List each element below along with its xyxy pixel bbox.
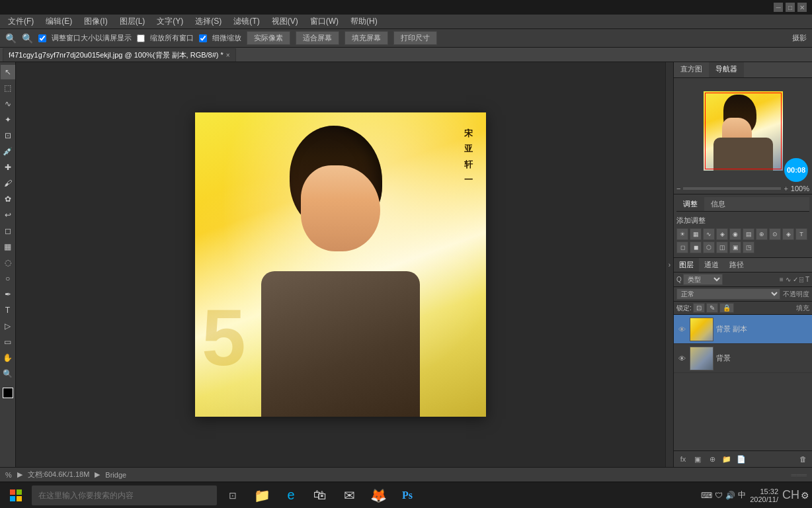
lock-pixels-button[interactable]: ⊡ <box>693 303 705 313</box>
adjustments-tab[interactable]: 调整 <box>676 197 704 211</box>
info-tab[interactable]: 信息 <box>704 197 732 211</box>
task-view-button[interactable]: ⊡ <box>220 484 246 507</box>
zoom-all-windows-checkbox[interactable] <box>137 34 145 42</box>
magic-wand-tool[interactable]: ✦ <box>1 112 15 127</box>
menu-filter[interactable]: 滤镜(T) <box>228 15 264 28</box>
artwork-canvas[interactable]: 5 宋 亚 轩 一 <box>195 112 486 417</box>
menu-select[interactable]: 选择(S) <box>190 15 227 28</box>
brightness-contrast-icon[interactable]: ☀ <box>676 228 688 240</box>
gradient-map-icon[interactable]: ▣ <box>729 241 741 253</box>
menu-edit[interactable]: 编辑(E) <box>40 15 77 28</box>
menu-window[interactable]: 窗口(W) <box>305 15 344 28</box>
zoom-increase-icon[interactable]: + <box>784 185 788 192</box>
clone-stamp-tool[interactable]: ✿ <box>1 192 15 206</box>
volume-icon[interactable]: 🔊 <box>725 491 735 500</box>
paths-tab[interactable]: 路径 <box>724 258 749 272</box>
lock-position-button[interactable]: ✎ <box>706 303 718 313</box>
new-layer-button[interactable]: 📄 <box>735 452 748 466</box>
foreground-color[interactable] <box>3 388 13 398</box>
fill-screen-button[interactable]: 填充屏幕 <box>345 31 388 45</box>
vpn-icon[interactable]: 🛡 <box>715 491 723 500</box>
blend-mode-select[interactable]: 正常 <box>676 288 780 300</box>
photoshop-app[interactable]: Ps <box>394 484 421 507</box>
hand-tool[interactable]: ✋ <box>1 351 15 365</box>
menu-file[interactable]: 文件(F) <box>3 15 39 28</box>
selective-color-icon[interactable]: ◳ <box>743 241 754 253</box>
exposure-icon[interactable]: ◈ <box>716 228 728 240</box>
taskbar-clock[interactable]: 15:32 2020/11/ <box>750 487 778 503</box>
move-tool[interactable]: ↖ <box>1 65 15 79</box>
status-arrow[interactable]: ▶ <box>17 470 22 479</box>
new-group-button[interactable]: 📁 <box>720 452 733 466</box>
invert-icon[interactable]: ◼ <box>690 241 702 253</box>
print-size-button[interactable]: 打印尺寸 <box>393 31 437 45</box>
taskbar-search-input[interactable] <box>32 486 217 505</box>
extra-icon-2[interactable]: ⚙ <box>801 490 809 501</box>
menu-image[interactable]: 图像(I) <box>79 15 112 28</box>
histogram-tab[interactable]: 直方图 <box>674 62 709 77</box>
threshold-icon[interactable]: ◫ <box>716 241 728 253</box>
document-tab[interactable]: f471cgy1g7syf7nr7dj20u015ekjl.jpg @ 100%… <box>3 48 236 62</box>
minimize-button[interactable]: ─ <box>774 3 783 12</box>
fit-screen-checkbox[interactable] <box>38 34 46 42</box>
zoom-tool[interactable]: 🔍 <box>1 366 15 381</box>
navigator-tab[interactable]: 导航器 <box>709 62 744 77</box>
status-arrow2[interactable]: ▶ <box>95 470 100 479</box>
color-balance-icon[interactable]: ⊕ <box>756 228 768 240</box>
healing-brush-tool[interactable]: ✚ <box>1 160 15 175</box>
menu-help[interactable]: 帮助(H) <box>345 15 383 28</box>
panel-collapse[interactable]: › <box>665 62 673 467</box>
firefox-app[interactable]: 🦊 <box>365 484 391 507</box>
lasso-tool[interactable]: ∿ <box>1 97 15 111</box>
brush-tool[interactable]: 🖌 <box>1 176 15 190</box>
menu-text[interactable]: 文字(Y) <box>151 15 188 28</box>
maximize-button[interactable]: □ <box>786 3 795 12</box>
input-lang-label[interactable]: 中 <box>738 489 746 501</box>
file-explorer-app[interactable]: 📁 <box>249 484 275 507</box>
bridge-label[interactable]: Bridge <box>105 471 126 479</box>
fit-screen-button[interactable]: 适合屏幕 <box>296 31 339 45</box>
vibrance-icon[interactable]: ◉ <box>729 228 741 240</box>
zoom-slider[interactable] <box>683 187 781 190</box>
layer-item-2[interactable]: 👁 背景 <box>674 344 812 373</box>
color-lookup-icon[interactable]: ◻ <box>676 241 688 253</box>
blur-tool[interactable]: ◌ <box>1 255 15 270</box>
photo-filter-icon[interactable]: ◈ <box>782 228 794 240</box>
add-mask-button[interactable]: ▣ <box>691 452 704 466</box>
eraser-tool[interactable]: ◻ <box>1 224 15 238</box>
zoom-decrease-icon[interactable]: − <box>676 185 680 192</box>
text-tool[interactable]: T <box>1 303 15 318</box>
delete-layer-button[interactable]: 🗑 <box>796 452 809 466</box>
marquee-tool[interactable]: ⬚ <box>1 81 15 95</box>
edge-app[interactable]: e <box>278 484 304 507</box>
channels-tab[interactable]: 通道 <box>699 258 724 272</box>
gradient-tool[interactable]: ▦ <box>1 239 15 254</box>
shape-tool[interactable]: ▭ <box>1 335 15 349</box>
hsl-icon[interactable]: ▤ <box>743 228 754 240</box>
layer-item-1[interactable]: 👁 背景 副本 <box>674 315 812 344</box>
history-brush-tool[interactable]: ↩ <box>1 208 15 222</box>
crop-tool[interactable]: ⊡ <box>1 128 15 143</box>
store-app[interactable]: 🛍 <box>307 484 333 507</box>
lock-all-button[interactable]: 🔒 <box>719 303 734 313</box>
layer2-visibility-button[interactable]: 👁 <box>676 353 687 364</box>
layer-type-select[interactable]: 类型 <box>683 274 723 285</box>
posterize-icon[interactable]: ⬡ <box>703 241 715 253</box>
fine-zoom-checkbox[interactable] <box>199 34 207 42</box>
bw-icon[interactable]: ⊙ <box>769 228 781 240</box>
fx-button[interactable]: fx <box>676 452 690 466</box>
menu-view[interactable]: 视图(V) <box>266 15 304 28</box>
layers-tab[interactable]: 图层 <box>674 258 699 272</box>
curves-icon[interactable]: ∿ <box>703 228 715 240</box>
tab-close-button[interactable]: × <box>226 52 230 59</box>
new-fill-layer-button[interactable]: ⊕ <box>706 452 719 466</box>
network-icon[interactable]: ⌨ <box>701 491 712 500</box>
eyedropper-tool[interactable]: 💉 <box>1 144 15 159</box>
start-button[interactable] <box>3 484 29 507</box>
levels-icon[interactable]: ▦ <box>690 228 702 240</box>
close-button[interactable]: ✕ <box>797 3 807 12</box>
menu-layer[interactable]: 图层(L) <box>114 15 151 28</box>
path-selection-tool[interactable]: ▷ <box>1 319 15 333</box>
dodge-tool[interactable]: ○ <box>1 271 15 286</box>
pen-tool[interactable]: ✒ <box>1 287 15 302</box>
